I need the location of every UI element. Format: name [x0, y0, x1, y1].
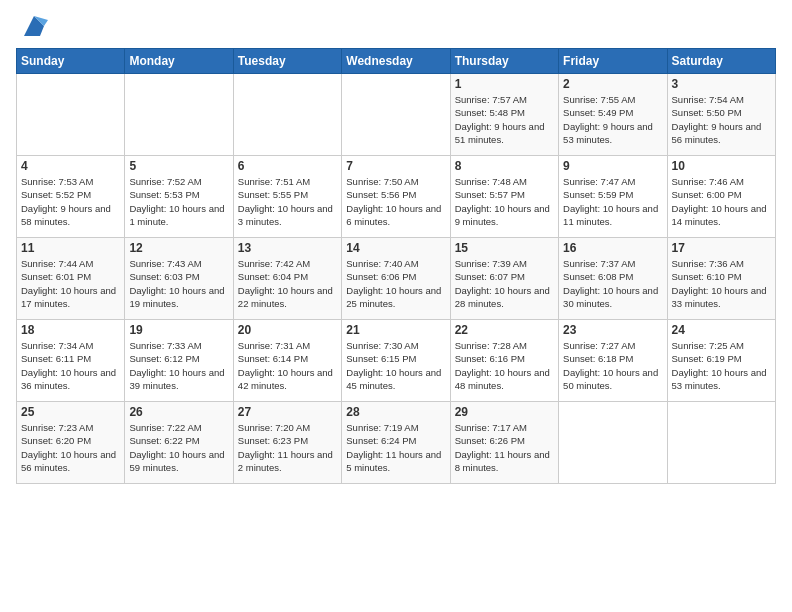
column-header-thursday: Thursday [450, 49, 558, 74]
day-info: Sunrise: 7:36 AM Sunset: 6:10 PM Dayligh… [672, 257, 771, 310]
day-number: 20 [238, 323, 337, 337]
calendar-cell: 10Sunrise: 7:46 AM Sunset: 6:00 PM Dayli… [667, 156, 775, 238]
day-info: Sunrise: 7:28 AM Sunset: 6:16 PM Dayligh… [455, 339, 554, 392]
day-info: Sunrise: 7:54 AM Sunset: 5:50 PM Dayligh… [672, 93, 771, 146]
calendar-cell: 6Sunrise: 7:51 AM Sunset: 5:55 PM Daylig… [233, 156, 341, 238]
day-number: 17 [672, 241, 771, 255]
calendar-cell: 8Sunrise: 7:48 AM Sunset: 5:57 PM Daylig… [450, 156, 558, 238]
day-info: Sunrise: 7:57 AM Sunset: 5:48 PM Dayligh… [455, 93, 554, 146]
day-info: Sunrise: 7:42 AM Sunset: 6:04 PM Dayligh… [238, 257, 337, 310]
calendar-cell: 22Sunrise: 7:28 AM Sunset: 6:16 PM Dayli… [450, 320, 558, 402]
calendar-cell: 19Sunrise: 7:33 AM Sunset: 6:12 PM Dayli… [125, 320, 233, 402]
day-number: 4 [21, 159, 120, 173]
day-number: 9 [563, 159, 662, 173]
day-info: Sunrise: 7:22 AM Sunset: 6:22 PM Dayligh… [129, 421, 228, 474]
day-info: Sunrise: 7:50 AM Sunset: 5:56 PM Dayligh… [346, 175, 445, 228]
day-number: 16 [563, 241, 662, 255]
day-info: Sunrise: 7:17 AM Sunset: 6:26 PM Dayligh… [455, 421, 554, 474]
day-number: 14 [346, 241, 445, 255]
day-info: Sunrise: 7:25 AM Sunset: 6:19 PM Dayligh… [672, 339, 771, 392]
day-info: Sunrise: 7:20 AM Sunset: 6:23 PM Dayligh… [238, 421, 337, 474]
calendar-cell: 25Sunrise: 7:23 AM Sunset: 6:20 PM Dayli… [17, 402, 125, 484]
day-number: 5 [129, 159, 228, 173]
day-number: 22 [455, 323, 554, 337]
day-info: Sunrise: 7:48 AM Sunset: 5:57 PM Dayligh… [455, 175, 554, 228]
day-info: Sunrise: 7:27 AM Sunset: 6:18 PM Dayligh… [563, 339, 662, 392]
day-info: Sunrise: 7:31 AM Sunset: 6:14 PM Dayligh… [238, 339, 337, 392]
calendar-week-4: 18Sunrise: 7:34 AM Sunset: 6:11 PM Dayli… [17, 320, 776, 402]
day-info: Sunrise: 7:44 AM Sunset: 6:01 PM Dayligh… [21, 257, 120, 310]
calendar-cell: 28Sunrise: 7:19 AM Sunset: 6:24 PM Dayli… [342, 402, 450, 484]
calendar-cell: 20Sunrise: 7:31 AM Sunset: 6:14 PM Dayli… [233, 320, 341, 402]
column-header-tuesday: Tuesday [233, 49, 341, 74]
day-number: 12 [129, 241, 228, 255]
day-info: Sunrise: 7:39 AM Sunset: 6:07 PM Dayligh… [455, 257, 554, 310]
day-info: Sunrise: 7:55 AM Sunset: 5:49 PM Dayligh… [563, 93, 662, 146]
calendar-cell: 23Sunrise: 7:27 AM Sunset: 6:18 PM Dayli… [559, 320, 667, 402]
day-info: Sunrise: 7:46 AM Sunset: 6:00 PM Dayligh… [672, 175, 771, 228]
calendar-cell: 12Sunrise: 7:43 AM Sunset: 6:03 PM Dayli… [125, 238, 233, 320]
calendar-cell [233, 74, 341, 156]
calendar-cell: 2Sunrise: 7:55 AM Sunset: 5:49 PM Daylig… [559, 74, 667, 156]
day-info: Sunrise: 7:34 AM Sunset: 6:11 PM Dayligh… [21, 339, 120, 392]
calendar-cell: 7Sunrise: 7:50 AM Sunset: 5:56 PM Daylig… [342, 156, 450, 238]
column-header-friday: Friday [559, 49, 667, 74]
calendar-cell [17, 74, 125, 156]
column-header-wednesday: Wednesday [342, 49, 450, 74]
day-info: Sunrise: 7:23 AM Sunset: 6:20 PM Dayligh… [21, 421, 120, 474]
column-header-sunday: Sunday [17, 49, 125, 74]
day-info: Sunrise: 7:19 AM Sunset: 6:24 PM Dayligh… [346, 421, 445, 474]
calendar-cell: 24Sunrise: 7:25 AM Sunset: 6:19 PM Dayli… [667, 320, 775, 402]
calendar-cell: 13Sunrise: 7:42 AM Sunset: 6:04 PM Dayli… [233, 238, 341, 320]
day-info: Sunrise: 7:47 AM Sunset: 5:59 PM Dayligh… [563, 175, 662, 228]
calendar-cell: 18Sunrise: 7:34 AM Sunset: 6:11 PM Dayli… [17, 320, 125, 402]
day-info: Sunrise: 7:33 AM Sunset: 6:12 PM Dayligh… [129, 339, 228, 392]
column-header-saturday: Saturday [667, 49, 775, 74]
day-number: 28 [346, 405, 445, 419]
day-number: 6 [238, 159, 337, 173]
logo [16, 12, 48, 40]
day-info: Sunrise: 7:51 AM Sunset: 5:55 PM Dayligh… [238, 175, 337, 228]
calendar-table: SundayMondayTuesdayWednesdayThursdayFrid… [16, 48, 776, 484]
calendar-week-1: 1Sunrise: 7:57 AM Sunset: 5:48 PM Daylig… [17, 74, 776, 156]
calendar-cell [125, 74, 233, 156]
day-number: 3 [672, 77, 771, 91]
calendar-cell: 3Sunrise: 7:54 AM Sunset: 5:50 PM Daylig… [667, 74, 775, 156]
calendar-header-row: SundayMondayTuesdayWednesdayThursdayFrid… [17, 49, 776, 74]
calendar-week-5: 25Sunrise: 7:23 AM Sunset: 6:20 PM Dayli… [17, 402, 776, 484]
calendar-cell: 11Sunrise: 7:44 AM Sunset: 6:01 PM Dayli… [17, 238, 125, 320]
day-number: 2 [563, 77, 662, 91]
calendar-week-3: 11Sunrise: 7:44 AM Sunset: 6:01 PM Dayli… [17, 238, 776, 320]
day-info: Sunrise: 7:37 AM Sunset: 6:08 PM Dayligh… [563, 257, 662, 310]
day-number: 23 [563, 323, 662, 337]
day-number: 24 [672, 323, 771, 337]
day-info: Sunrise: 7:43 AM Sunset: 6:03 PM Dayligh… [129, 257, 228, 310]
day-number: 18 [21, 323, 120, 337]
calendar-cell: 27Sunrise: 7:20 AM Sunset: 6:23 PM Dayli… [233, 402, 341, 484]
calendar-cell: 5Sunrise: 7:52 AM Sunset: 5:53 PM Daylig… [125, 156, 233, 238]
day-number: 21 [346, 323, 445, 337]
page-header [16, 12, 776, 40]
calendar-cell [342, 74, 450, 156]
column-header-monday: Monday [125, 49, 233, 74]
calendar-page: SundayMondayTuesdayWednesdayThursdayFrid… [0, 0, 792, 612]
day-info: Sunrise: 7:30 AM Sunset: 6:15 PM Dayligh… [346, 339, 445, 392]
calendar-cell: 26Sunrise: 7:22 AM Sunset: 6:22 PM Dayli… [125, 402, 233, 484]
day-number: 29 [455, 405, 554, 419]
day-info: Sunrise: 7:40 AM Sunset: 6:06 PM Dayligh… [346, 257, 445, 310]
day-number: 25 [21, 405, 120, 419]
day-number: 7 [346, 159, 445, 173]
day-number: 13 [238, 241, 337, 255]
calendar-cell [559, 402, 667, 484]
day-number: 11 [21, 241, 120, 255]
day-number: 27 [238, 405, 337, 419]
calendar-cell: 14Sunrise: 7:40 AM Sunset: 6:06 PM Dayli… [342, 238, 450, 320]
logo-icon [20, 12, 48, 40]
day-number: 1 [455, 77, 554, 91]
calendar-cell: 21Sunrise: 7:30 AM Sunset: 6:15 PM Dayli… [342, 320, 450, 402]
calendar-cell: 1Sunrise: 7:57 AM Sunset: 5:48 PM Daylig… [450, 74, 558, 156]
day-number: 8 [455, 159, 554, 173]
day-number: 10 [672, 159, 771, 173]
calendar-cell: 17Sunrise: 7:36 AM Sunset: 6:10 PM Dayli… [667, 238, 775, 320]
calendar-week-2: 4Sunrise: 7:53 AM Sunset: 5:52 PM Daylig… [17, 156, 776, 238]
